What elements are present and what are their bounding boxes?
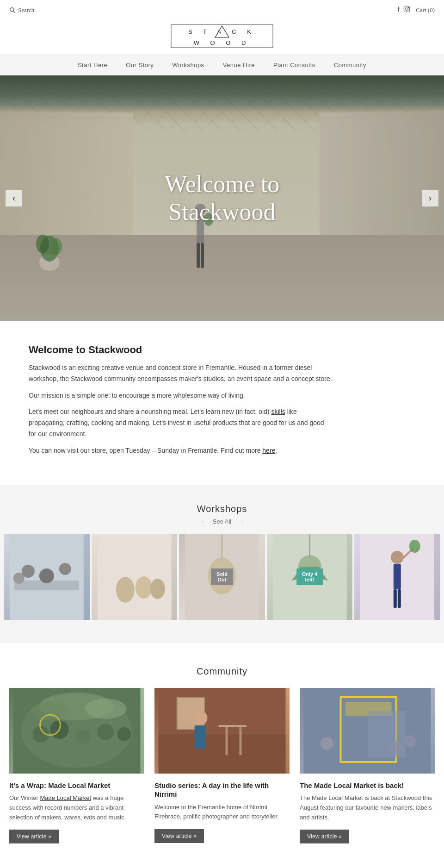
workshops-see-all[interactable]: See All — [213, 518, 231, 525]
article-1-title: It's a Wrap: Made Local Market — [9, 781, 144, 790]
svg-text:W O O D: W O O D — [194, 39, 251, 46]
view-article-btn-3[interactable]: View article » — [300, 830, 349, 843]
hero-heading: Welcome to Stackwood — [165, 170, 280, 226]
nav-workshops[interactable]: Workshops — [172, 62, 204, 69]
facebook-icon[interactable]: f — [397, 6, 400, 14]
workshop-item-1[interactable] — [4, 534, 90, 620]
svg-rect-39 — [394, 564, 401, 589]
community-header: Community — [9, 666, 435, 677]
workshops-grid: SoldOut Only 4left! — [0, 534, 444, 620]
svg-point-61 — [193, 711, 208, 725]
social-icons: f — [397, 6, 410, 14]
few-left-badge: Only 4left! — [296, 568, 323, 585]
svg-point-52 — [32, 702, 69, 720]
cart-label: Cart — [416, 6, 426, 13]
skills-link[interactable]: skills — [271, 408, 285, 415]
workshops-next-btn[interactable]: → — [238, 518, 244, 525]
welcome-para2: Our mission is a simple one: to encourag… — [29, 390, 332, 401]
cart-link[interactable]: Cart (0) — [416, 6, 435, 14]
instagram-icon[interactable] — [403, 6, 410, 14]
svg-rect-2 — [404, 6, 410, 12]
cart-count: (0) — [428, 6, 435, 13]
community-section: Community — [0, 643, 444, 867]
svg-point-49 — [98, 724, 114, 740]
workshop-img-5 — [354, 534, 440, 620]
workshop-item-4[interactable]: Only 4left! — [265, 534, 353, 620]
svg-rect-41 — [398, 589, 401, 608]
workshop-item-3[interactable]: SoldOut — [177, 534, 265, 620]
svg-rect-59 — [240, 727, 242, 755]
workshops-prev-btn[interactable]: ← — [200, 518, 206, 525]
hero-line2: Stackwood — [168, 199, 275, 225]
sold-out-badge: SoldOut — [211, 568, 233, 585]
logo-area[interactable]: S T A C K W O O D — [0, 20, 444, 55]
workshops-heading: Workshops — [0, 504, 444, 514]
community-card-3: The Made Local Market is back! The Made … — [300, 688, 435, 844]
workshops-section: Workshops ← See All → — [0, 485, 444, 643]
social-cart-area: f Cart (0) — [397, 6, 435, 14]
svg-point-29 — [135, 576, 152, 599]
community-img-3 — [300, 688, 435, 774]
svg-rect-27 — [97, 534, 171, 620]
workshops-header: Workshops ← See All → — [0, 504, 444, 525]
svg-point-53 — [85, 699, 127, 719]
workshop-img-2 — [92, 534, 178, 620]
welcome-para4: You can now visit our store, open Tuesda… — [29, 445, 332, 456]
welcome-para1: Stackwood is an exciting creative venue … — [29, 362, 332, 385]
svg-point-68 — [404, 735, 416, 747]
article-2-title: Studio series: A day in the life with Ni… — [154, 781, 290, 799]
svg-rect-69 — [369, 711, 406, 757]
article-3-title: The Made Local Market is back! — [300, 781, 435, 790]
slider-prev-button[interactable]: ‹ — [6, 190, 22, 206]
svg-rect-40 — [394, 589, 397, 608]
search-area[interactable]: Search — [9, 6, 34, 14]
welcome-para3: Let's meet our neighbours and share a no… — [29, 406, 332, 439]
community-heading: Community — [9, 666, 435, 677]
svg-point-26 — [59, 563, 71, 575]
nav-community[interactable]: Community — [334, 62, 366, 69]
main-nav: Start Here Our Story Workshops Venue Hir… — [0, 55, 444, 75]
svg-line-1 — [13, 11, 15, 12]
community-card-1: It's a Wrap: Made Local Market Our Winte… — [9, 688, 144, 844]
search-label: Search — [18, 6, 34, 14]
svg-point-48 — [75, 729, 90, 744]
workshops-nav: ← See All → — [0, 518, 444, 525]
article-2-excerpt: Welcome to the Fremantle home of Nirrimi… — [154, 803, 290, 822]
welcome-heading: Welcome to Stackwood — [29, 344, 332, 356]
svg-point-50 — [117, 727, 131, 741]
made-local-market-link[interactable]: Made Local Market — [40, 794, 91, 801]
nav-venue-hire[interactable]: Venue Hire — [223, 62, 255, 69]
svg-point-30 — [150, 579, 165, 599]
community-card-2: Studio series: A day in the life with Ni… — [154, 688, 290, 844]
svg-point-43 — [409, 540, 420, 553]
here-link[interactable]: here — [262, 447, 275, 454]
svg-point-3 — [406, 8, 408, 11]
search-icon — [9, 7, 16, 13]
svg-point-4 — [408, 7, 409, 7]
nav-start-here[interactable]: Start Here — [78, 62, 107, 69]
view-article-btn-2[interactable]: View article » — [154, 829, 204, 843]
community-img-2 — [154, 688, 290, 774]
workshop-item-5[interactable] — [352, 534, 440, 620]
svg-point-24 — [39, 568, 54, 583]
article-1-excerpt: Our Winter Made Local Market was a huge … — [9, 793, 144, 822]
svg-rect-58 — [226, 727, 228, 755]
site-logo[interactable]: S T A C K W O O D — [166, 24, 278, 49]
nav-plant-consults[interactable]: Plant Consults — [273, 62, 315, 69]
slider-next-button[interactable]: › — [422, 190, 438, 206]
workshop-item-2[interactable] — [90, 534, 178, 620]
community-img-1 — [9, 688, 144, 774]
svg-rect-63 — [304, 688, 431, 774]
svg-point-25 — [13, 573, 25, 584]
workshop-img-1 — [4, 534, 90, 620]
article-3-excerpt: The Made Local Market is back at Stackwo… — [300, 793, 435, 822]
svg-point-28 — [116, 577, 134, 603]
svg-text:S T A C K: S T A C K — [188, 28, 256, 35]
welcome-section: Welcome to Stackwood Stackwood is an exc… — [0, 321, 361, 485]
hero-line1: Welcome to — [165, 171, 280, 197]
nav-our-story[interactable]: Our Story — [126, 62, 154, 69]
view-article-btn-1[interactable]: View article » — [9, 830, 59, 843]
svg-rect-56 — [159, 734, 286, 774]
svg-point-0 — [10, 7, 14, 11]
svg-point-38 — [391, 551, 404, 564]
